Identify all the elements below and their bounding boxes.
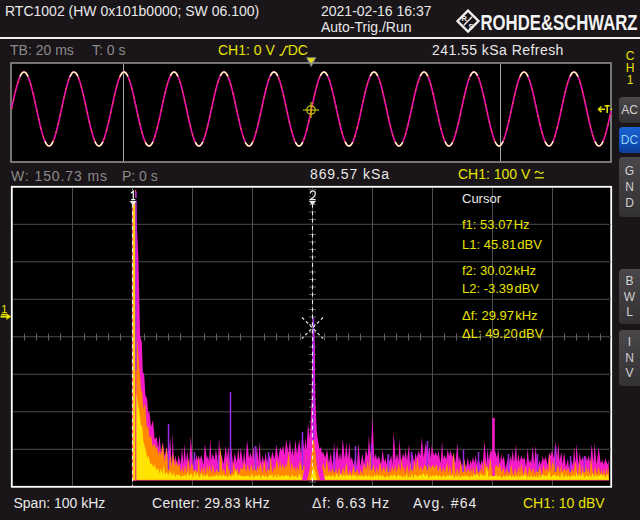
svg-text:ΔL: 49.20 dBV: ΔL: 49.20 dBV — [462, 326, 544, 341]
svg-text:1: 1 — [1, 303, 7, 315]
svg-text:L2: -3.39 dBV: L2: -3.39 dBV — [462, 281, 539, 296]
svg-text:Δf: 29.97 kHz: Δf: 29.97 kHz — [462, 308, 538, 323]
svg-text:S: S — [469, 21, 474, 30]
svg-text:Cursor: Cursor — [462, 191, 502, 206]
svg-text:L1: 45.81 dBV: L1: 45.81 dBV — [462, 237, 542, 252]
svg-text:ROHDE&SCHWARZ: ROHDE&SCHWARZ — [481, 9, 638, 34]
svg-text:R: R — [462, 13, 468, 22]
svg-text:f2: 30.02 kHz: f2: 30.02 kHz — [462, 263, 536, 278]
svg-text:f1: 53.07 Hz: f1: 53.07 Hz — [462, 217, 530, 232]
